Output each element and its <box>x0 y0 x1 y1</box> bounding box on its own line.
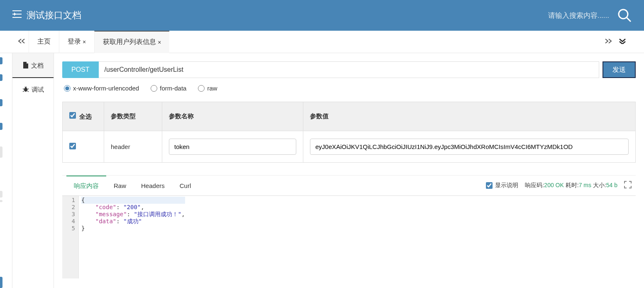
sidebar-marker <box>0 200 2 202</box>
tab-scroll-left-icon[interactable] <box>15 37 29 46</box>
body-type-raw[interactable]: raw <box>198 85 217 92</box>
close-icon[interactable]: × <box>83 39 86 45</box>
status-label: 响应码: <box>525 182 544 188</box>
header-type: 参数类型 <box>104 102 162 131</box>
left-rail <box>0 53 12 288</box>
body-type-formdata[interactable]: form-data <box>151 85 186 92</box>
app-title: 测试接口文档 <box>27 9 81 22</box>
subnav-doc-label: 文档 <box>31 62 44 70</box>
response-body[interactable]: { "code": "200", "message": "接口调用成功！", "… <box>79 196 188 278</box>
body-type-formdata-label: form-data <box>160 85 186 92</box>
svg-point-2 <box>24 88 27 92</box>
body-type-urlencoded-label: x-www-form-urlencoded <box>73 85 139 92</box>
expand-icon[interactable] <box>624 181 632 190</box>
show-desc-label: 显示说明 <box>495 182 518 189</box>
http-method-badge[interactable]: POST <box>62 61 99 78</box>
resp-tab-curl[interactable]: Curl <box>172 176 199 195</box>
header-select-all: 全选 <box>79 113 92 120</box>
sidebar-marker <box>0 277 2 288</box>
tab-userlist-label: 获取用户列表信息 <box>103 38 156 46</box>
url-input[interactable]: /userController/getUserList <box>99 61 599 78</box>
header-name: 参数名称 <box>162 102 303 131</box>
subnav-debug-label: 调试 <box>32 86 44 94</box>
param-row: header <box>63 131 636 163</box>
size-label: 大小: <box>593 182 606 188</box>
svg-point-0 <box>619 10 628 19</box>
menu-toggle-icon[interactable] <box>12 10 22 21</box>
doc-icon <box>23 62 29 70</box>
close-icon[interactable]: × <box>158 39 161 46</box>
subnav-doc[interactable]: 文档 <box>12 53 54 77</box>
sidebar-marker <box>0 99 2 106</box>
svg-line-1 <box>627 17 631 22</box>
sidebar-marker <box>0 146 2 158</box>
time-label: 耗时: <box>566 182 579 188</box>
search-input[interactable]: 请输入搜索内容...... <box>548 11 609 20</box>
sidebar-marker <box>0 57 2 64</box>
tab-menu-icon[interactable] <box>615 37 629 46</box>
param-value-input[interactable] <box>310 139 629 155</box>
param-name-input[interactable] <box>169 139 296 155</box>
sidebar-marker <box>0 74 2 81</box>
tab-login[interactable]: 登录× <box>59 31 94 53</box>
show-desc-toggle[interactable]: 显示说明 <box>486 182 518 189</box>
status-value: 200 OK <box>544 182 564 188</box>
time-value: 7 ms <box>579 182 591 188</box>
param-table: 全选 参数类型 参数名称 参数值 header <box>62 102 636 163</box>
show-desc-checkbox[interactable] <box>486 182 493 189</box>
radio-urlencoded[interactable] <box>64 85 71 92</box>
header-value: 参数值 <box>303 102 636 131</box>
radio-raw[interactable] <box>198 85 205 92</box>
param-type-cell: header <box>104 131 162 163</box>
bug-icon <box>22 86 29 94</box>
line-gutter: 12345 <box>62 196 79 278</box>
sidebar-marker <box>0 123 2 130</box>
select-all-checkbox[interactable] <box>69 112 76 119</box>
size-value: 54 b <box>606 182 617 188</box>
status-info: 响应码:200 OK 耗时:7 ms 大小:54 b <box>525 182 617 189</box>
tab-home[interactable]: 主页 <box>29 31 59 53</box>
resp-tab-headers[interactable]: Headers <box>134 176 172 195</box>
subnav-debug[interactable]: 调试 <box>12 77 54 101</box>
sidebar-marker <box>0 191 2 198</box>
tab-login-label: 登录 <box>68 37 81 46</box>
search-icon[interactable] <box>617 8 632 22</box>
tab-userlist[interactable]: 获取用户列表信息× <box>94 31 169 53</box>
body-type-urlencoded[interactable]: x-www-form-urlencoded <box>64 85 139 92</box>
resp-tab-raw[interactable]: Raw <box>106 176 134 195</box>
tab-home-label: 主页 <box>37 37 51 46</box>
param-row-checkbox[interactable] <box>69 143 76 149</box>
tab-scroll-right-icon[interactable] <box>601 37 615 46</box>
radio-formdata[interactable] <box>151 85 157 92</box>
send-button[interactable]: 发送 <box>603 61 636 78</box>
resp-tab-content[interactable]: 响应内容 <box>66 176 106 195</box>
body-type-raw-label: raw <box>207 85 217 92</box>
response-editor[interactable]: 12345 { "code": "200", "message": "接口调用成… <box>62 195 636 278</box>
